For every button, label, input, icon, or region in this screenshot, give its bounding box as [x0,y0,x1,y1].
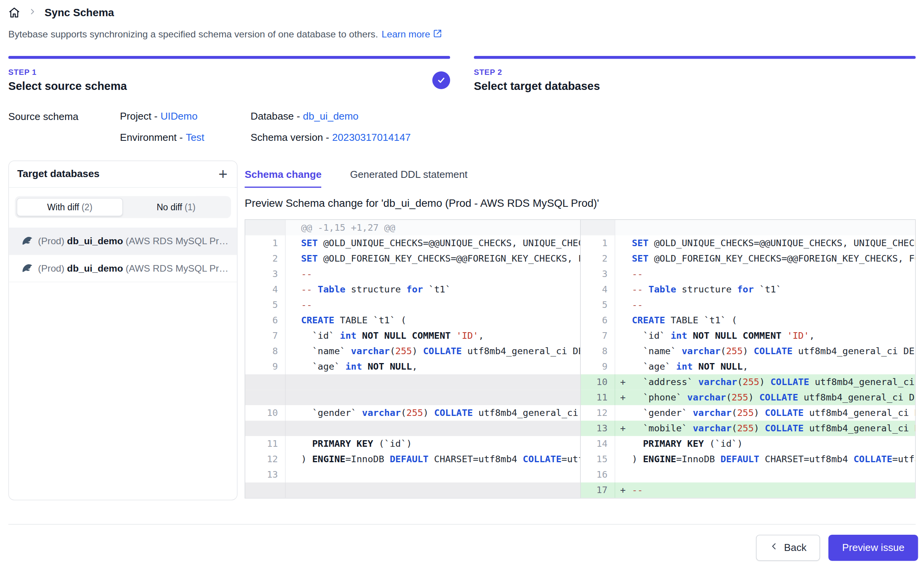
diff-pane-right[interactable]: 1SET @OLD_UNIQUE_CHECKS=@@UNIQUE_CHECKS,… [580,220,915,498]
database-link[interactable]: db_ui_demo [303,111,359,122]
diff-row: 13+ `mobile` varchar(255) COLLATE utf8mb… [581,421,915,436]
line-number: 8 [245,343,286,359]
add-target-database-button[interactable]: + [218,167,227,181]
environment-link[interactable]: Test [186,132,204,143]
step-2-progress-bar [474,56,916,59]
database-item[interactable]: (Prod) db_ui_demo (AWS RDS MySQL Prod) [9,255,237,282]
code-line [631,220,915,235]
mysql-icon [21,262,32,275]
diff-row: 15) ENGINE=InnoDB DEFAULT CHARSET=utf8mb… [581,451,915,467]
db-environment: (Prod) [38,236,64,246]
target-databases-title: Target databases [17,168,99,180]
target-databases-panel: Target databases + With diff(2) No diff(… [8,160,238,500]
code-line: `id` int NOT NULL COMMENT 'ID', [286,328,580,343]
code-line [631,467,915,482]
database-item[interactable]: (Prod) db_ui_demo (AWS RDS MySQL Prod) [9,228,237,255]
line-number: 15 [581,451,615,467]
diff-add-marker: + [615,390,631,405]
source-project: Project -UIDemo [120,111,251,123]
footer-divider [8,524,916,525]
with-diff-count: (2) [81,202,92,212]
code-line: `gender` varchar(255) COLLATE utf8mb4_ge… [631,405,915,421]
schema-version-link[interactable]: 20230317014147 [332,132,411,143]
schema-change-section: Schema change Generated DDL statement Pr… [244,160,916,498]
line-number: 3 [245,266,286,282]
diff-row: 16 [581,467,915,482]
diff-row: 8 `name` varchar(255) COLLATE utf8mb4_ge… [245,343,580,359]
step-2-label: STEP 2 [474,68,600,77]
db-name: db_ui_demo [67,236,123,246]
line-number [581,220,615,235]
diff-add-marker [615,451,631,467]
diff-row: 11+ `phone` varchar(255) COLLATE utf8mb4… [581,390,915,405]
diff-row: @@ -1,15 +1,27 @@ [245,220,580,235]
code-line: `phone` varchar(255) COLLATE utf8mb4_gen… [631,390,915,405]
diff-add-marker [615,266,631,282]
line-number: 9 [581,359,615,374]
diff-add-marker [615,235,631,251]
description-text: Bytebase supports synchronizing a specif… [8,29,378,40]
code-line: SET @OLD_FOREIGN_KEY_CHECKS=@@FOREIGN_KE… [286,251,580,266]
line-number: 12 [581,405,615,421]
home-icon[interactable] [8,7,20,19]
preview-issue-button[interactable]: Preview issue [828,535,918,561]
diff-row: 6CREATE TABLE `t1` ( [245,313,580,328]
breadcrumb-separator-icon [29,7,36,18]
line-number [245,421,286,436]
line-number [245,482,286,498]
sync-schema-page: Sync Schema Bytebase supports synchroniz… [0,5,924,571]
diff-row: 7 `id` int NOT NULL COMMENT 'ID', [581,328,915,343]
code-line: PRIMARY KEY (`id`) [286,436,580,451]
tab-generated-ddl[interactable]: Generated DDL statement [350,169,468,188]
line-number: 1 [245,235,286,251]
tab-with-diff[interactable]: With diff(2) [17,198,123,216]
diff-add-marker: + [615,482,631,498]
line-number: 2 [581,251,615,266]
diff-add-marker [615,359,631,374]
line-number [245,374,286,390]
code-line: -- Table structure for `t1` [286,282,580,297]
code-line [286,390,580,405]
step-1-label: STEP 1 [8,68,127,77]
code-line [286,421,580,436]
code-line: -- [286,266,580,282]
code-line: ) ENGINE=InnoDB DEFAULT CHARSET=utf8mb4 … [631,451,915,467]
diff-row: 5-- [581,297,915,313]
diff-add-marker [615,251,631,266]
back-button[interactable]: Back [756,535,820,561]
chevron-left-icon [770,542,779,554]
step-indicator: STEP 1 Select source schema STEP 2 Selec… [8,56,916,93]
code-line: `name` varchar(255) COLLATE utf8mb4_gene… [631,343,915,359]
diff-row [245,374,580,390]
diff-pane-left[interactable]: @@ -1,15 +1,27 @@1SET @OLD_UNIQUE_CHECKS… [245,220,580,498]
diff-row: 4-- Table structure for `t1` [581,282,915,297]
tab-no-diff[interactable]: No diff(1) [123,198,229,216]
line-number: 11 [581,390,615,405]
line-number: 10 [245,405,286,421]
db-instance: (AWS RDS MySQL Prod) [126,236,230,246]
diff-row: 6CREATE TABLE `t1` ( [581,313,915,328]
line-number: 7 [245,328,286,343]
code-line: `address` varchar(255) COLLATE utf8mb4_g… [631,374,915,390]
db-name: db_ui_demo [67,263,123,273]
step-2-title: Select target databases [474,79,600,93]
learn-more-link[interactable]: Learn more [381,29,442,41]
diff-row: 2SET @OLD_FOREIGN_KEY_CHECKS=@@FOREIGN_K… [245,251,580,266]
line-number: 13 [581,421,615,436]
diff-row: 7 `id` int NOT NULL COMMENT 'ID', [245,328,580,343]
code-line: -- [631,266,915,282]
diff-add-marker: + [615,421,631,436]
step-1-title: Select source schema [8,79,127,93]
project-link[interactable]: UIDemo [160,111,197,122]
diff-row: 9 `age` int NOT NULL, [581,359,915,374]
line-number: 10 [581,374,615,390]
code-line: -- [286,297,580,313]
code-line: `age` int NOT NULL, [631,359,915,374]
diff-row [245,390,580,405]
diff-add-marker [615,282,631,297]
diff-add-marker [615,467,631,482]
tab-schema-change[interactable]: Schema change [244,169,321,188]
diff-add-marker [615,328,631,343]
breadcrumb: Sync Schema [8,5,916,20]
diff-row: 1SET @OLD_UNIQUE_CHECKS=@@UNIQUE_CHECKS,… [581,235,915,251]
